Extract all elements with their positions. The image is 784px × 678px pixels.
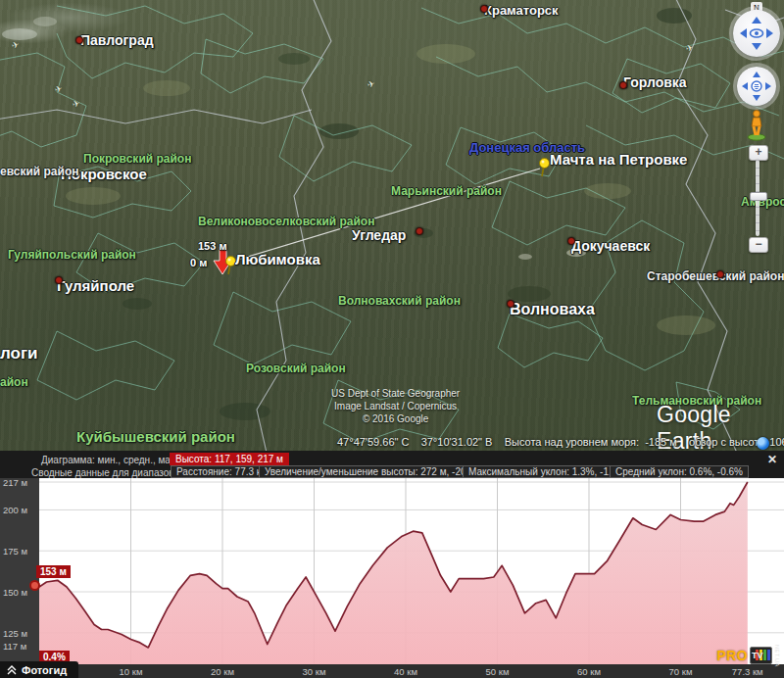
copyright-line: © 2016 Google (331, 412, 460, 425)
map-label: Старобешевский район (647, 270, 784, 282)
x-axis-tick: 77.3 км (726, 666, 769, 677)
max-slope-stat: Максимальный уклон: 1.3%, -1.4% (463, 465, 631, 478)
map-label: Розовский район (246, 363, 346, 374)
map-label: Гуляйполе (57, 278, 134, 293)
map-label: 153 м (198, 241, 227, 252)
pegman-street-view-icon[interactable] (743, 108, 770, 141)
gain-loss-stat: Увеличение/уменьшение высоты: 272 м, -20… (259, 465, 487, 478)
map-label: Докучаевск (571, 239, 650, 253)
city-dot-icon[interactable] (716, 270, 724, 278)
city-dot-icon[interactable] (507, 300, 514, 308)
range-summary-label: Сводные данные для диапазона: (31, 467, 182, 478)
x-axis-tick: 30 км (293, 666, 336, 677)
map-label: Волноваха (510, 302, 595, 317)
elevation-tooltip: 153 м (36, 565, 71, 578)
zoom-in-button[interactable]: + (749, 145, 768, 161)
map-markers-layer (0, 0, 784, 451)
map-label: Марьинский район (391, 185, 502, 197)
profile-start-marker (29, 580, 40, 591)
collapse-icon (7, 665, 17, 675)
map-label: Угледар (352, 228, 406, 242)
city-dot-icon[interactable] (75, 36, 83, 44)
map-label: Любимовка (235, 252, 320, 266)
close-icon[interactable]: ✕ (767, 453, 777, 466)
status-bar: 47°47'59.66" С 37°10'31.02" В Высота над… (337, 436, 784, 448)
y-axis-tick: 217 м (3, 477, 27, 488)
map-label: 0 м (190, 258, 207, 268)
copyright-line: US Dept of State Geographer (331, 387, 460, 400)
x-axis-tick: 40 км (384, 666, 427, 677)
photo-guide-tab[interactable]: Фотогид (0, 661, 78, 678)
city-dot-icon[interactable] (480, 5, 488, 13)
protv-net-text: NET.UA (774, 645, 780, 667)
zoom-slider-handle[interactable] (750, 192, 767, 201)
map-viewport[interactable]: ПавлоградКраматорскГорловкаДонецкая обла… (0, 0, 784, 451)
elevation-chart-svg (39, 478, 784, 664)
tv-icon: TV (750, 647, 772, 664)
elevation-profile-panel: Диаграмма: мин., средн., макс. Высота: 1… (0, 451, 784, 678)
streaming-globe-icon (757, 437, 769, 450)
x-axis-tick: 10 км (110, 666, 153, 677)
x-axis-tick: 70 км (660, 666, 703, 677)
protv-watermark: PRO TV NET.UA (716, 645, 780, 667)
city-dot-icon[interactable] (567, 237, 575, 245)
map-label: Краматорск (484, 4, 559, 17)
protv-pro-text: PRO (716, 648, 748, 663)
elevation-plot-area[interactable] (39, 478, 784, 664)
look-joystick-arrows-icon (733, 10, 780, 57)
x-axis-tick: 20 км (201, 666, 244, 677)
city-dot-icon[interactable] (619, 81, 627, 89)
google-earth-window: ПавлоградКраматорскГорловкаДонецкая обла… (0, 0, 784, 678)
x-axis-tick: 60 км (567, 666, 611, 677)
y-axis-tick: 200 м (3, 505, 27, 515)
avg-slope-stat: Средний уклон: 0.6%, -0.6% (610, 465, 749, 478)
yellow-pushpin-icon[interactable] (226, 257, 236, 275)
map-label: логи (0, 345, 38, 362)
map-label: Покровский район (83, 153, 191, 165)
city-dot-icon[interactable] (416, 227, 423, 235)
map-label: Волновахский район (338, 295, 461, 307)
zoom-out-button[interactable]: − (749, 237, 768, 253)
map-label: Павлоград (80, 33, 154, 47)
y-axis-tick: 175 м (3, 546, 27, 557)
y-axis-tick: 117 м (3, 641, 26, 652)
map-label: евский район (0, 166, 78, 177)
yellow-pushpin-icon[interactable] (540, 159, 550, 177)
y-axis: 217 м200 м175 м150 м125 м117 м (0, 478, 39, 664)
map-label: Горловка (623, 75, 687, 89)
look-joystick[interactable] (733, 10, 780, 57)
move-joystick[interactable] (737, 67, 776, 106)
move-joystick-arrows-icon (737, 67, 776, 106)
photo-guide-label: Фотогид (22, 664, 67, 676)
y-axis-tick: 150 м (3, 587, 27, 598)
map-label: Великоновоселковский район (198, 216, 374, 227)
map-label: айон (0, 376, 28, 388)
profile-legend-label: Диаграмма: мин., средн., макс. (41, 455, 182, 465)
y-axis-tick: 125 м (3, 628, 27, 639)
zoom-slider[interactable]: + − (747, 145, 768, 251)
copyright-line: Image Landsat / Copernicus (331, 400, 460, 412)
map-copyright: US Dept of State Geographer Image Landsa… (331, 387, 460, 425)
city-dot-icon[interactable] (55, 276, 63, 284)
x-axis: 10 км20 км30 км40 км50 км60 км70 км77.3 … (0, 664, 784, 678)
map-label: Куйбышевский район (76, 429, 235, 444)
map-label: Мачта на Петровке (550, 152, 687, 167)
height-stats-badge: Высота: 117, 159, 217 м (170, 453, 289, 465)
map-label: Гуляйпольский район (8, 249, 136, 261)
x-axis-tick: 50 км (476, 666, 519, 677)
